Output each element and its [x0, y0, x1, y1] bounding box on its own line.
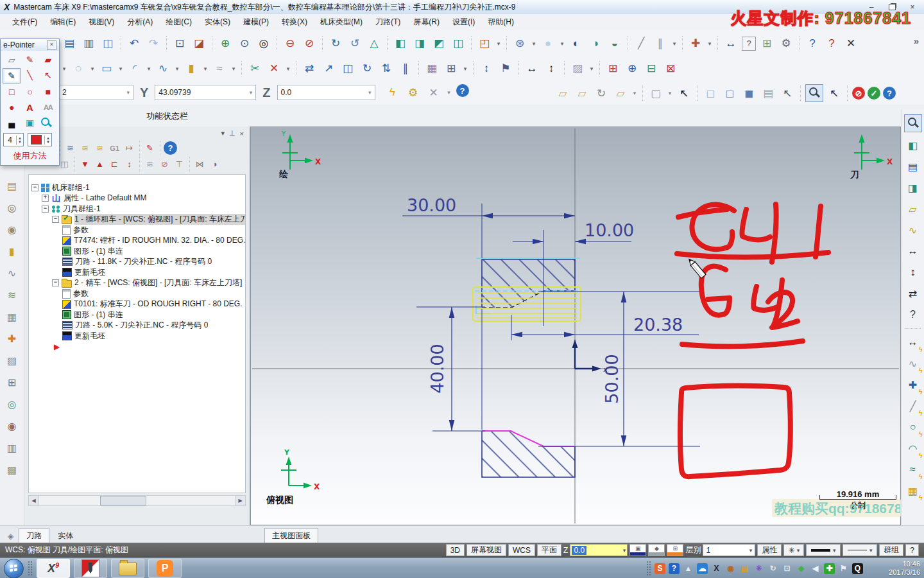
- tray-shield-icon[interactable]: ◆: [796, 563, 807, 574]
- tray-safe-icon[interactable]: ✚: [824, 563, 835, 574]
- print-icon[interactable]: ▥: [80, 35, 97, 52]
- rs-dim-baseline-icon[interactable]: ⇄: [905, 285, 921, 302]
- flag-icon[interactable]: ⚑: [497, 60, 514, 77]
- tree-item[interactable]: T7474: 镗杆 - ID ROUGH MIN. 32. DIA. - 80 …: [29, 236, 245, 247]
- menu-view[interactable]: 视图(V): [83, 15, 120, 30]
- ops-help-icon[interactable]: ?: [164, 141, 177, 155]
- text-aa-icon[interactable]: AA: [39, 100, 57, 114]
- rs-plus-fast-icon[interactable]: ✚: [905, 376, 921, 393]
- bw-swatch-icon[interactable]: ▄: [3, 116, 21, 130]
- sort-updown-icon[interactable]: ↕: [478, 60, 495, 77]
- file-io-icon[interactable]: ⊞: [443, 60, 459, 77]
- layer-field[interactable]: 1 ▾: [703, 544, 755, 556]
- rs-dim-h-icon[interactable]: ↔: [905, 243, 921, 259]
- quick-point-caret[interactable]: ▾: [706, 35, 713, 52]
- xform-scale-icon[interactable]: ⇅: [378, 60, 395, 77]
- tab-toolpaths[interactable]: 刀路: [19, 528, 49, 543]
- menu-settings[interactable]: 设置(I): [447, 15, 481, 30]
- ops-pin-icon[interactable]: ⊥: [229, 129, 235, 137]
- bounding-caret[interactable]: ▾: [667, 85, 673, 101]
- dock-handle-icon[interactable]: ◈: [8, 532, 13, 541]
- xform-plus-icon[interactable]: ⊕: [624, 60, 640, 77]
- tray-folder-icon[interactable]: ▤: [739, 563, 750, 574]
- text-a-icon[interactable]: A: [21, 100, 38, 114]
- ls-pin-icon[interactable]: ◉: [4, 222, 20, 237]
- cursor-plus-icon[interactable]: ↖: [826, 85, 843, 101]
- ls-image-icon[interactable]: ▨: [4, 353, 20, 368]
- previous-view-icon[interactable]: ↺: [346, 35, 363, 52]
- tray-input-icon[interactable]: X: [711, 563, 722, 574]
- plane-button[interactable]: 平面: [537, 544, 561, 556]
- ls-plus-icon[interactable]: ✚: [4, 331, 20, 346]
- rs-dim-query-icon[interactable]: ?: [905, 306, 921, 323]
- ops-select-assoc-icon[interactable]: ≋: [143, 157, 157, 171]
- tray-help-icon[interactable]: ?: [669, 563, 680, 574]
- view-front-icon[interactable]: ◨: [411, 35, 428, 52]
- rs-save-icon[interactable]: ▤: [905, 158, 921, 175]
- graphics-viewport[interactable]: 30.00 10.00 20.38 40.00 50.00: [250, 127, 901, 525]
- ls-chart-icon[interactable]: ≋: [4, 287, 20, 302]
- tree-item[interactable]: 图形 - (1) 串连: [29, 310, 245, 320]
- ops-move-up-icon[interactable]: ▲: [93, 157, 107, 171]
- break-icon[interactable]: ✕: [266, 60, 282, 77]
- chevron-down-icon[interactable]: ▾: [246, 89, 253, 96]
- rs-surface-fast-icon[interactable]: ∿: [905, 355, 921, 372]
- group-button[interactable]: 群组: [879, 544, 903, 556]
- rectangle-icon[interactable]: ▭: [98, 60, 115, 77]
- z-coordinate-field[interactable]: 0.0 ▾: [277, 85, 375, 100]
- chevron-down-icon[interactable]: ▾: [749, 547, 753, 554]
- line-style-button[interactable]: ▾: [806, 544, 841, 556]
- rectangle-caret[interactable]: ▾: [117, 60, 124, 77]
- pen-size-stepper[interactable]: 4 ▲▼: [3, 133, 24, 146]
- dynamic-rotate-icon[interactable]: ↻: [327, 35, 344, 52]
- menu-analyze[interactable]: 分析(A): [121, 15, 158, 30]
- xform-x-icon[interactable]: ⊠: [662, 60, 679, 77]
- tree-item[interactable]: −1 - 循环粗车 - [WCS: 俯视图] - [刀具面: 车床左上刀塔]: [29, 215, 245, 225]
- ls-gridplus-icon[interactable]: ⊞: [4, 374, 20, 390]
- tray-display-icon[interactable]: ⊡: [782, 563, 792, 574]
- status-help-button[interactable]: ?: [905, 544, 919, 556]
- rs-line-fast-icon[interactable]: ╱: [905, 398, 921, 414]
- xform-stl-icon[interactable]: ⊞: [604, 60, 621, 77]
- backside-icon[interactable]: ◒: [606, 35, 623, 52]
- autocursor-caret[interactable]: ▾: [61, 60, 67, 77]
- scroll-right-icon[interactable]: ▶: [235, 496, 245, 505]
- ops-ghost-icon[interactable]: ◫: [58, 157, 71, 171]
- help-circle-icon[interactable]: ?: [456, 84, 469, 97]
- stamp-icon[interactable]: ▰: [39, 53, 57, 67]
- ops-simulate-icon[interactable]: ⋈: [193, 157, 207, 171]
- rs-wave-fast-icon[interactable]: ≈: [905, 461, 921, 478]
- wireframe-caret[interactable]: ▾: [531, 35, 537, 52]
- tree-item[interactable]: 更新毛坯: [29, 267, 245, 278]
- solid-color-chip[interactable]: ◆: [648, 544, 665, 556]
- select-cursor-icon[interactable]: ↖: [676, 85, 692, 101]
- dim-vertical-icon[interactable]: ↕: [543, 60, 560, 77]
- tree-expander[interactable]: −: [52, 279, 59, 286]
- menu-create[interactable]: 绘图(C): [160, 15, 198, 30]
- fillet-caret[interactable]: ▾: [146, 60, 152, 77]
- stepper-arrows-icon[interactable]: ▲▼: [44, 136, 51, 144]
- ls-dot-icon[interactable]: ◉: [4, 418, 20, 434]
- tree-item[interactable]: −刀具群组-1: [29, 204, 245, 215]
- point-style-button[interactable]: ✳ ▾: [783, 544, 804, 556]
- help-cursor-icon[interactable]: ?: [823, 35, 840, 52]
- spline-icon[interactable]: ∿: [155, 60, 171, 77]
- tree-item[interactable]: 更新毛坯: [29, 331, 245, 342]
- scrollbar-thumb[interactable]: [100, 496, 146, 505]
- tab-solids[interactable]: 实体: [51, 529, 80, 543]
- translucent-icon[interactable]: ◑: [587, 35, 604, 52]
- unzoom-80-icon[interactable]: ⊘: [301, 35, 318, 52]
- tree-item[interactable]: T0101: 标准车刀 - OD ROUGH RIGHT - 80 DEG.: [29, 299, 245, 310]
- rs-box-fast-icon[interactable]: ▦: [905, 482, 921, 499]
- rs-arc-fast-icon[interactable]: ◠: [905, 440, 921, 457]
- attributes-button[interactable]: 属性: [757, 544, 782, 556]
- taskbar-pin-tool[interactable]: [74, 559, 107, 578]
- settings-gear-icon[interactable]: ⚙: [778, 35, 794, 52]
- filled-rect-tool-icon[interactable]: ■: [39, 85, 57, 99]
- color-attribute-chip[interactable]: ▣: [629, 544, 646, 556]
- zoom-tool-icon[interactable]: [39, 116, 57, 130]
- interrupt-icon[interactable]: ⊘: [852, 87, 865, 100]
- fastpoint-lightning-icon[interactable]: ϟ: [384, 84, 401, 101]
- tree-expander[interactable]: −: [42, 206, 49, 213]
- tree-item[interactable]: 参数: [29, 288, 245, 299]
